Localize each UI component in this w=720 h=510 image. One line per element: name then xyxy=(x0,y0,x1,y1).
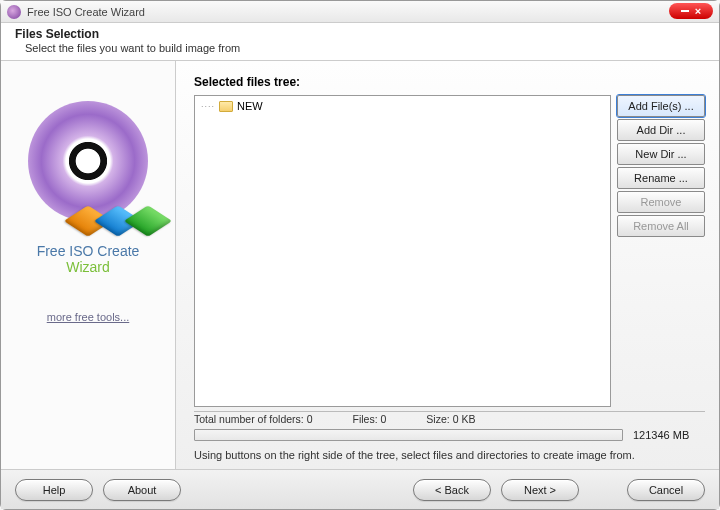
help-button[interactable]: Help xyxy=(15,479,93,501)
sidebar: Free ISO Create Wizard more free tools..… xyxy=(1,61,176,469)
close-icon: × xyxy=(695,6,701,17)
footer: Help About < Back Next > Cancel xyxy=(1,469,719,509)
page-subtitle: Select the files you want to build image… xyxy=(25,42,709,54)
remove-button[interactable]: Remove xyxy=(617,191,705,213)
brand-line2: Wizard xyxy=(37,259,140,275)
side-button-column: Add File(s) ... Add Dir ... New Dir ... … xyxy=(617,95,705,407)
stat-folders: Total number of folders: 0 xyxy=(194,413,313,425)
file-tree[interactable]: ···· NEW xyxy=(194,95,611,407)
stat-files: Files: 0 xyxy=(353,413,387,425)
app-window: Free ISO Create Wizard × Files Selection… xyxy=(0,0,720,510)
tree-item-label: NEW xyxy=(237,100,263,112)
tree-row: ···· NEW Add File(s) ... Add Dir ... New… xyxy=(194,95,705,407)
back-button[interactable]: < Back xyxy=(413,479,491,501)
window-title: Free ISO Create Wizard xyxy=(27,6,145,18)
page-title: Files Selection xyxy=(15,27,709,41)
close-button[interactable]: × xyxy=(669,3,713,19)
brand-text: Free ISO Create Wizard xyxy=(37,243,140,275)
hint-text: Using buttons on the right side of the t… xyxy=(194,449,705,461)
cubes-icon xyxy=(74,207,162,235)
app-icon xyxy=(7,5,21,19)
brand-line1: Free ISO Create xyxy=(37,243,140,259)
capacity-bar xyxy=(194,429,623,441)
stats-row: Total number of folders: 0 Files: 0 Size… xyxy=(194,411,705,425)
more-tools-link[interactable]: more free tools... xyxy=(47,311,130,323)
next-button[interactable]: Next > xyxy=(501,479,579,501)
capacity-row: 121346 MB xyxy=(194,429,705,441)
minimize-icon xyxy=(681,10,689,12)
tree-expander-icon[interactable]: ···· xyxy=(201,101,215,111)
folder-icon xyxy=(219,101,233,112)
cube-green-icon xyxy=(124,205,172,236)
titlebar: Free ISO Create Wizard × xyxy=(1,1,719,23)
capacity-label: 121346 MB xyxy=(633,429,705,441)
add-dir-button[interactable]: Add Dir ... xyxy=(617,119,705,141)
add-files-button[interactable]: Add File(s) ... xyxy=(617,95,705,117)
main-panel: Selected files tree: ···· NEW Add File(s… xyxy=(176,61,719,469)
new-dir-button[interactable]: New Dir ... xyxy=(617,143,705,165)
about-button[interactable]: About xyxy=(103,479,181,501)
tree-item[interactable]: ···· NEW xyxy=(201,100,604,112)
body: Free ISO Create Wizard more free tools..… xyxy=(1,61,719,469)
rename-button[interactable]: Rename ... xyxy=(617,167,705,189)
remove-all-button[interactable]: Remove All xyxy=(617,215,705,237)
cancel-button[interactable]: Cancel xyxy=(627,479,705,501)
stat-size: Size: 0 KB xyxy=(426,413,475,425)
wizard-header: Files Selection Select the files you wan… xyxy=(1,23,719,61)
disc-logo-icon xyxy=(28,101,148,221)
tree-label: Selected files tree: xyxy=(194,75,705,89)
